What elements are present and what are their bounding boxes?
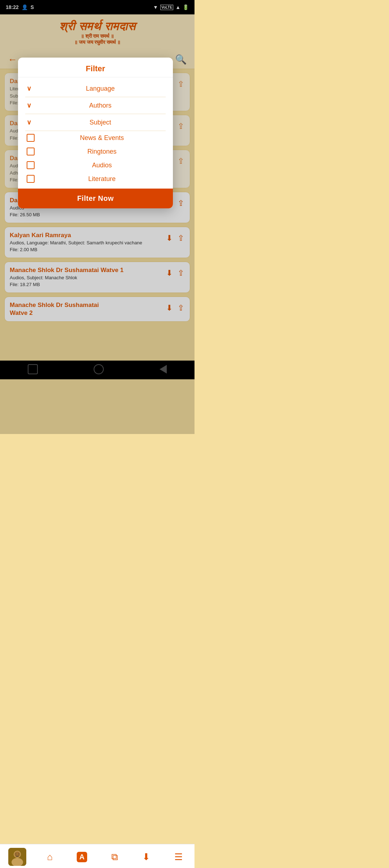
checkbox-ringtones-label: Ringtones [40,148,164,155]
checkbox-audios[interactable] [27,161,35,169]
checkbox-row-ringtones[interactable]: Ringtones [25,145,166,158]
filter-authors-label: Authors [36,102,164,109]
filter-language-label: Language [36,85,164,92]
chevron-down-icon: ∨ [27,101,31,109]
filter-language-row[interactable]: ∨ Language [25,80,166,97]
filter-now-button[interactable]: Filter Now [18,189,173,208]
checkbox-news[interactable] [27,134,35,142]
chevron-down-icon: ∨ [27,118,31,126]
checkbox-row-audios[interactable]: Audios [25,158,166,172]
checkbox-literature[interactable] [27,175,35,183]
checkbox-row-literature[interactable]: Literature [25,172,166,186]
filter-body: ∨ Language ∨ Authors ∨ Subject News & Ev… [18,77,173,189]
filter-authors-row[interactable]: ∨ Authors [25,97,166,114]
checkbox-audios-label: Audios [40,162,164,169]
checkbox-row-news[interactable]: News & Events [25,131,166,145]
checkbox-ringtones[interactable] [27,148,35,155]
filter-title: Filter [86,64,105,73]
checkbox-literature-label: Literature [40,175,164,183]
chevron-down-icon: ∨ [27,85,31,92]
checkbox-news-label: News & Events [40,134,164,142]
filter-subject-label: Subject [36,119,164,126]
filter-header: Filter [18,58,173,77]
filter-modal: Filter ∨ Language ∨ Authors ∨ Subject Ne… [18,58,173,208]
filter-subject-row[interactable]: ∨ Subject [25,114,166,131]
